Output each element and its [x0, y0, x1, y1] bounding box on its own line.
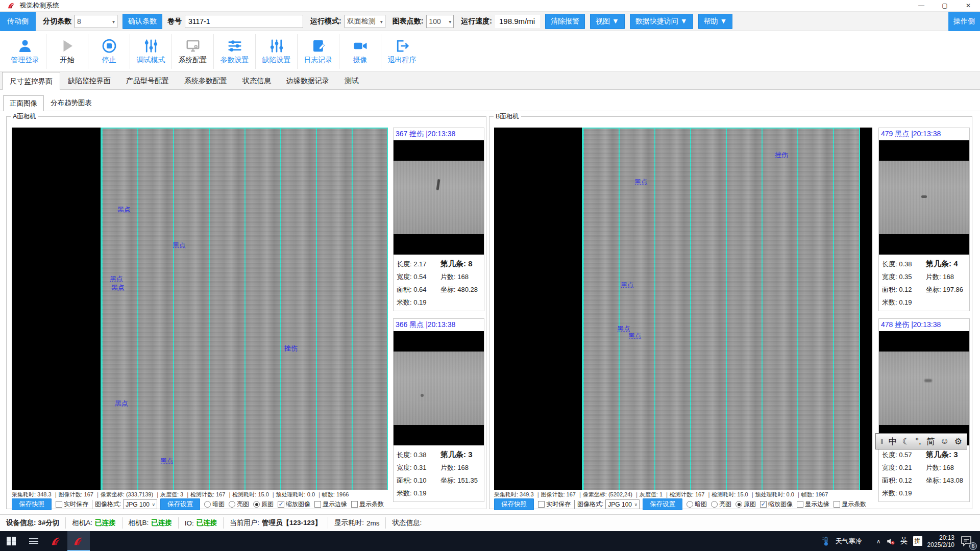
- system-config-label: 系统配置: [179, 56, 207, 65]
- save-snapshot-button[interactable]: 保存快照: [494, 498, 534, 510]
- subtab-front-image[interactable]: 正面图像: [3, 95, 44, 111]
- field-piece-count: 片数: 168: [926, 463, 954, 472]
- task-view-icon: [29, 537, 38, 545]
- image-format-select[interactable]: JPG 100: [123, 499, 157, 509]
- clock[interactable]: 20:13 2025/2/10: [927, 534, 954, 548]
- ime-pinyin-indicator[interactable]: 拼: [913, 536, 922, 546]
- maximize-button[interactable]: ▢: [933, 0, 957, 12]
- save-settings-button[interactable]: 保存设置: [160, 498, 200, 510]
- show-edge-checkbox[interactable]: [797, 501, 803, 508]
- dark-image-label: 暗图: [695, 500, 707, 509]
- start-button[interactable]: [0, 531, 22, 551]
- realtime-save-checkbox[interactable]: [56, 501, 62, 508]
- ime-drag-handle[interactable]: ‖: [880, 438, 883, 445]
- roll-number-input[interactable]: [185, 15, 303, 28]
- capture-button[interactable]: 摄像: [339, 34, 381, 69]
- start-button[interactable]: 开始: [46, 34, 88, 69]
- defect-tag: 黑点: [628, 332, 642, 341]
- ime-chinese-mode[interactable]: 中: [889, 436, 897, 447]
- original-image-label: 原图: [261, 500, 274, 509]
- ime-halfmoon-icon[interactable]: ☾: [902, 436, 910, 447]
- start-label: 开始: [60, 56, 75, 65]
- defect-settings-button[interactable]: 缺陷设置: [255, 34, 297, 69]
- minimize-button[interactable]: —: [910, 0, 933, 12]
- run-speed-value: 198.9m/mi: [495, 15, 540, 28]
- pinned-app-button[interactable]: [45, 531, 67, 551]
- image-format-select[interactable]: JPG 100: [605, 499, 640, 509]
- original-image-label: 原图: [744, 500, 756, 509]
- defect-card[interactable]: 366 黑点 |20:13:38 长度: 0.38第几条: 3 宽度: 0.31…: [393, 318, 484, 502]
- tab-test[interactable]: 测试: [337, 72, 366, 89]
- chart-points-label: 图表点数:: [393, 17, 424, 26]
- data-quick-access-button[interactable]: 数据快捷访问 ▼: [630, 14, 693, 29]
- zoom-image-checkbox[interactable]: [278, 501, 284, 508]
- defect-tag: 黑点: [110, 274, 123, 284]
- strip-count-select[interactable]: 8: [75, 15, 117, 28]
- image-format-value: JPG 100: [126, 501, 150, 508]
- tab-product-model-config[interactable]: 产品型号配置: [118, 72, 177, 89]
- transmission-side-button[interactable]: 传动侧: [0, 12, 36, 31]
- main-tab-bar: 尺寸监控界面 缺陷监控界面 产品型号配置 系统参数配置 状态信息 边缘数据记录 …: [0, 72, 980, 90]
- bright-image-radio[interactable]: [711, 501, 718, 508]
- original-image-radio[interactable]: [253, 501, 260, 508]
- run-mode-value: 双面检测: [347, 17, 376, 26]
- defect-settings-label: 缺陷设置: [262, 56, 291, 65]
- help-menu-button[interactable]: 帮助 ▼: [698, 14, 733, 29]
- close-button[interactable]: ✕: [957, 0, 980, 12]
- show-edge-checkbox[interactable]: [314, 501, 321, 508]
- tab-status-info[interactable]: 状态信息: [235, 72, 279, 89]
- show-count-checkbox[interactable]: [351, 501, 358, 508]
- subtab-trend-chart[interactable]: 分布趋势图表: [44, 95, 99, 111]
- defect-card[interactable]: 478 挫伤 |20:13:38 长度: 0.57第几条: 3 宽度: 0.21…: [878, 318, 970, 502]
- clear-alarm-button[interactable]: 清除报警: [545, 14, 585, 29]
- debug-mode-button[interactable]: 调试模式: [130, 34, 172, 69]
- tab-edge-data-record[interactable]: 边缘数据记录: [279, 72, 337, 89]
- chart-points-select[interactable]: 100: [426, 15, 454, 28]
- system-config-button[interactable]: 系统配置: [172, 34, 213, 69]
- language-indicator[interactable]: 英: [900, 536, 908, 546]
- stop-button[interactable]: 停止: [88, 34, 130, 69]
- confirm-count-button[interactable]: 确认条数: [122, 14, 162, 29]
- param-settings-button[interactable]: 参数设置: [213, 34, 255, 69]
- save-snapshot-button[interactable]: 保存快照: [12, 498, 52, 510]
- stop-icon: [102, 38, 117, 54]
- sliders-vertical2-icon: [269, 38, 284, 54]
- app-logo-icon: [51, 536, 62, 547]
- admin-login-button[interactable]: 管理登录: [4, 34, 46, 69]
- tray-expand-chevron[interactable]: ∧: [876, 538, 881, 545]
- save-settings-button[interactable]: 保存设置: [643, 498, 682, 510]
- content-area: A面相机 黑点 黑点 黑点 黑点 挫伤 黑点 黑点 367 挫伤 |20:13:…: [0, 111, 980, 514]
- running-app-button[interactable]: [67, 531, 90, 551]
- icon-toolbar: 管理登录 开始 停止 调试模式: [0, 31, 980, 72]
- bright-image-radio[interactable]: [229, 501, 235, 508]
- dark-image-radio[interactable]: [204, 501, 211, 508]
- realtime-save-checkbox[interactable]: [538, 501, 545, 508]
- ime-simplified-mode[interactable]: 简: [926, 436, 935, 447]
- view-menu-button[interactable]: 视图 ▼: [590, 14, 625, 29]
- task-view-button[interactable]: [22, 531, 45, 551]
- run-mode-select[interactable]: 双面检测: [345, 15, 385, 28]
- exit-program-button[interactable]: 退出程序: [381, 34, 423, 69]
- tab-defect-monitor[interactable]: 缺陷监控界面: [60, 72, 118, 89]
- log-record-button[interactable]: 日志记录: [297, 34, 339, 69]
- original-image-radio[interactable]: [736, 501, 742, 508]
- field-meters: 米数: 0.19: [882, 489, 926, 498]
- ime-emoji-icon[interactable]: ☺: [940, 436, 949, 446]
- notification-center-button[interactable]: 6: [960, 535, 975, 548]
- defect-card[interactable]: 479 黑点 |20:13:38 长度: 0.38第几条: 4 宽度: 0.35…: [878, 128, 970, 311]
- speaker-muted-icon[interactable]: [886, 537, 895, 545]
- zoom-image-checkbox[interactable]: [760, 501, 767, 508]
- dark-image-radio[interactable]: [687, 501, 693, 508]
- log-record-label: 日志记录: [304, 56, 333, 65]
- ime-settings-gear-icon[interactable]: ⚙: [954, 436, 962, 447]
- operation-side-button[interactable]: 操作侧: [948, 12, 980, 31]
- weather-text[interactable]: 天气寒冷: [836, 537, 862, 546]
- field-strip-no: 第几条: 3: [440, 450, 473, 460]
- field-piece-count: 片数: 168: [440, 463, 469, 472]
- tab-system-param-config[interactable]: 系统参数配置: [177, 72, 235, 89]
- ime-punctuation-icon[interactable]: °,: [915, 436, 921, 446]
- show-count-checkbox[interactable]: [834, 501, 840, 508]
- defect-card[interactable]: 367 挫伤 |20:13:38 长度: 2.17第几条: 8 宽度: 0.54…: [393, 128, 484, 311]
- tab-size-monitor[interactable]: 尺寸监控界面: [2, 72, 60, 90]
- defect-mark: [924, 379, 932, 382]
